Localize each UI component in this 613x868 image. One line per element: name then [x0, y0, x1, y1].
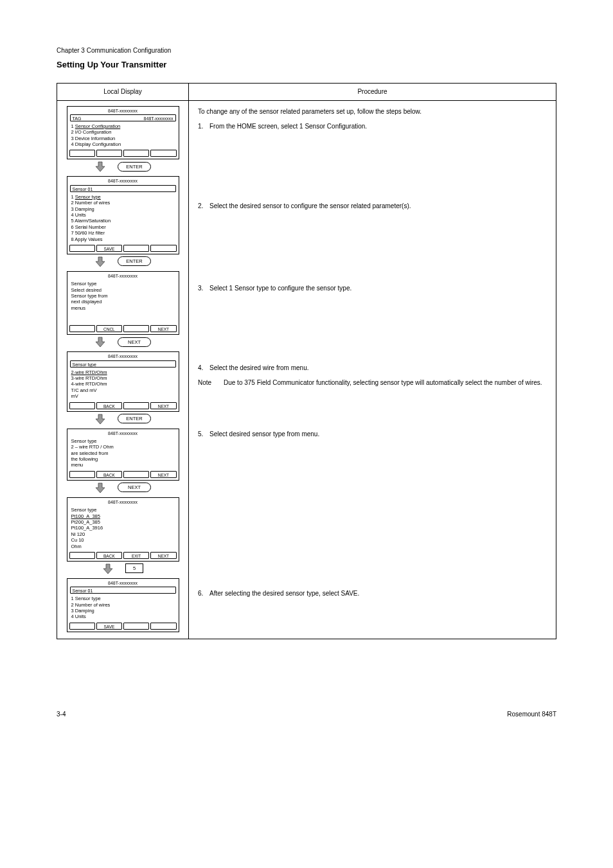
menu-item[interactable]: Sensor type — [75, 194, 101, 200]
screen-2: 848T-xxxxxxxx Sensor 01 1 Sensor type 2 … — [67, 176, 179, 254]
menu-item[interactable]: Alarm/Saturation — [75, 218, 111, 224]
arrow-row: 5 — [67, 563, 179, 574]
softkey-row: SAVE — [67, 623, 179, 632]
softkey[interactable] — [69, 245, 95, 252]
screen-top-bar: Sensor 01 — [70, 587, 176, 594]
softkey[interactable] — [123, 150, 149, 157]
menu-item[interactable]: 2-wire RTD/Ohm — [71, 369, 175, 375]
softkey[interactable] — [150, 150, 176, 157]
screen-title: 848T-xxxxxxxx — [67, 177, 179, 184]
softkey[interactable] — [96, 150, 122, 157]
softkey-back[interactable]: BACK — [96, 402, 122, 409]
menu-item[interactable]: 3-wire RTD/Ohm — [71, 375, 175, 381]
softkey[interactable] — [150, 245, 176, 252]
screen-6: 848T-xxxxxxxx Sensor type Pt100_A_385 Pt… — [67, 497, 179, 562]
softkey-next[interactable]: NEXT — [150, 471, 176, 478]
softkey-back[interactable]: BACK — [96, 471, 122, 478]
menu-item[interactable]: Pt100_A_3916 — [71, 525, 175, 531]
enter-key[interactable]: ENTER — [118, 256, 151, 266]
next-key[interactable]: NEXT — [118, 483, 151, 492]
top-bar-left: Sensor type — [73, 361, 96, 367]
menu-item[interactable]: mV — [71, 393, 175, 399]
menu-item[interactable]: I/O Configuration — [75, 129, 112, 135]
screen-body: Sensor type 2 – wire RTD / Ohm are selec… — [67, 436, 179, 471]
menu-item[interactable]: Apply Values — [75, 236, 102, 242]
menu-item[interactable]: Number of wires — [75, 200, 111, 206]
softkey[interactable] — [123, 325, 149, 332]
menu-item[interactable]: Serial Number — [75, 224, 106, 230]
softkey-next[interactable]: NEXT — [150, 325, 176, 332]
intro-text: To change any of the sensor related para… — [198, 107, 547, 116]
top-bar-left: Sensor 01 — [73, 587, 93, 593]
top-bar-left: TAG — [73, 115, 82, 121]
softkey[interactable] — [69, 552, 95, 559]
softkey-save[interactable]: SAVE — [96, 245, 122, 252]
softkey[interactable] — [123, 402, 149, 409]
arrow-down-icon — [102, 563, 114, 574]
menu-item[interactable]: Damping — [75, 608, 94, 614]
menu-item[interactable]: Units — [75, 614, 86, 619]
step-6: 6. After selecting the desired sensor ty… — [198, 589, 547, 598]
softkey[interactable] — [123, 471, 149, 478]
menu-item[interactable]: Device Information — [75, 136, 116, 141]
next-key[interactable]: NEXT — [118, 337, 151, 347]
menu-item[interactable]: Pt200_A_385 — [71, 519, 175, 525]
menu-item[interactable]: Damping — [75, 206, 94, 212]
enter-key[interactable]: ENTER — [118, 414, 151, 423]
arrow-row: ENTER — [67, 413, 179, 425]
screen-1: 848T-xxxxxxxx TAG 848T-xxxxxxxx 1 Sensor… — [67, 106, 179, 160]
softkey-back[interactable]: BACK — [96, 552, 122, 559]
screen-title: 848T-xxxxxxxx — [67, 579, 179, 586]
menu-item[interactable]: Display Configuration — [75, 141, 121, 147]
menu-item[interactable]: Cu 10 — [71, 537, 175, 543]
menu-item[interactable]: Units — [75, 212, 86, 218]
line: next displayed — [71, 299, 175, 305]
menu-item[interactable]: Ohm — [71, 544, 175, 549]
menu-item[interactable]: Ni 120 — [71, 531, 175, 537]
line: the following — [71, 456, 175, 462]
step-4: 4. Select the desired wire from menu. — [198, 364, 547, 373]
softkey[interactable] — [123, 245, 149, 252]
softkey-exit[interactable]: EXIT — [123, 552, 149, 559]
screen-body: Sensor type Select desired Sensor type f… — [67, 279, 179, 314]
softkey-row: BACK NEXT — [67, 402, 179, 411]
arrow-row: ENTER — [67, 161, 179, 172]
softkey-cncl[interactable]: CNCL — [96, 325, 122, 332]
line: 2 – wire RTD / Ohm — [71, 444, 175, 450]
screen-top-bar: TAG 848T-xxxxxxxx — [70, 114, 176, 121]
softkey[interactable] — [69, 471, 95, 478]
menu-item[interactable]: Number of wires — [75, 602, 111, 608]
screen-body: Sensor type Pt100_A_385 Pt200_A_385 Pt10… — [67, 505, 179, 552]
softkey-save[interactable]: SAVE — [96, 623, 122, 630]
footer-brand: Rosemount 848T — [507, 710, 556, 719]
menu-item[interactable]: 50/60 Hz filter — [75, 230, 105, 236]
note: Note Due to 375 Field Communicator funct… — [198, 378, 547, 387]
line: Sensor type — [71, 507, 175, 513]
step-2: 2. Select the desired sensor to configur… — [198, 202, 547, 211]
arrow-down-icon — [94, 256, 106, 267]
number-key-5[interactable]: 5 — [125, 563, 143, 573]
menu-item[interactable]: 4-wire RTD/Ohm — [71, 381, 175, 387]
menu-item[interactable]: Sensor type — [75, 596, 101, 601]
arrow-row: NEXT — [67, 336, 179, 348]
softkey-row: BACK EXIT NEXT — [67, 552, 179, 561]
line: menus — [71, 305, 175, 311]
menu-item[interactable]: Sensor Configuration — [75, 123, 120, 129]
softkey[interactable] — [123, 623, 149, 630]
softkey[interactable] — [69, 325, 95, 332]
enter-key[interactable]: ENTER — [118, 162, 151, 172]
softkey-next[interactable]: NEXT — [150, 402, 176, 409]
softkey[interactable] — [69, 623, 95, 630]
softkey-next[interactable]: NEXT — [150, 552, 176, 559]
arrow-row: NEXT — [67, 482, 179, 493]
screen-title: 848T-xxxxxxxx — [67, 429, 179, 436]
menu-item[interactable]: T/C and mV — [71, 387, 175, 393]
softkey[interactable] — [69, 402, 95, 409]
step-5: 5. Select desired sensor type from menu. — [198, 430, 547, 439]
screen-title: 848T-xxxxxxxx — [67, 498, 179, 505]
softkey[interactable] — [150, 623, 176, 630]
screen-body: 1 Sensor type 2 Number of wires 3 Dampin… — [67, 192, 179, 245]
page-number: 3-4 — [57, 710, 66, 719]
softkey[interactable] — [69, 150, 95, 157]
menu-item[interactable]: Pt100_A_385 — [71, 513, 175, 519]
